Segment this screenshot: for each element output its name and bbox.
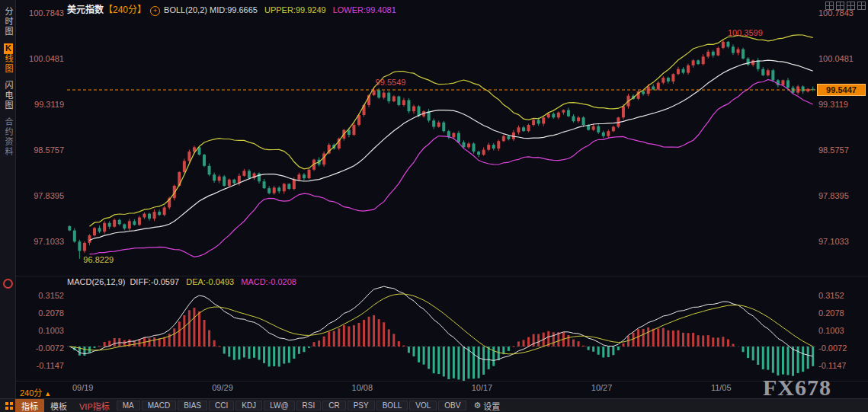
period-label[interactable]: 【240分】 (104, 5, 146, 15)
macd-params: MACD(26,12,9) (67, 277, 125, 286)
boll-label: BOLL(20,2) (164, 5, 207, 14)
k-badge: K (4, 43, 13, 54)
indicator-button-bias[interactable]: BIAS (178, 401, 207, 410)
macd-diff-value: DIFF:-0.0597 (130, 277, 179, 286)
tab-vip-indicators[interactable]: VIP指标 (73, 399, 116, 412)
layout-icon-4[interactable] (857, 2, 866, 10)
indicator-button-obv[interactable]: OBV (438, 401, 466, 410)
indicator-button-boll[interactable]: BOLL (376, 401, 408, 410)
tab-indicators[interactable]: 指标 (15, 399, 44, 412)
kline-label: 线图 (4, 54, 13, 74)
indicator-button-kdj[interactable]: KDJ (235, 401, 262, 410)
symbol-title: 美元指数 (67, 5, 104, 15)
sidebar-item-time-chart[interactable]: 分时图 (2, 7, 14, 37)
layout-icon-3[interactable] (847, 2, 855, 10)
gear-icon: ⚙ (473, 401, 481, 410)
macd-dea-value: DEA:-0.0493 (186, 277, 234, 286)
indicator-button-cr[interactable]: CR (322, 401, 345, 410)
pane-separator (15, 276, 868, 276)
bottom-toolbar: 指标 模板 VIP指标 MAMACDBIASCCIKDJLW@RSICRPSYB… (0, 398, 868, 412)
settings-button[interactable]: ⚙设置 (473, 400, 500, 412)
boll-params: BOLL(20,2) MID:99.6665 (164, 5, 258, 14)
macd-header: MACD(26,12,9)DIFF:-0.0597DEA:-0.0493MACD… (67, 277, 296, 286)
chart-type-sidebar: 分时图 K线图 闪电图 合约资料 (0, 0, 16, 412)
boll-upper-value: UPPER:99.9249 (264, 5, 326, 14)
mid-peak-annotation: 99.5549 (376, 78, 406, 87)
sidebar-item-kline[interactable]: K线图 (2, 43, 14, 74)
indicator-button-vol[interactable]: VOL (409, 401, 437, 410)
indicator-grid-icon[interactable] (5, 402, 13, 410)
boll-lower-value: LOWER:99.4081 (333, 5, 396, 14)
crosshair-icon[interactable] (3, 279, 13, 289)
low-annotation: 96.8229 (83, 255, 114, 264)
high-annotation: 100.3599 (728, 28, 763, 37)
indicator-button-lw@[interactable]: LW@ (264, 401, 294, 410)
indicator-button-rsi[interactable]: RSI (296, 401, 322, 410)
macd-macd-value: MACD:-0.0208 (241, 277, 296, 286)
chart-header: 美元指数【240分】+BOLL(20,2) MID:99.6665UPPER:9… (67, 2, 396, 13)
layout-icon-1[interactable] (825, 2, 834, 10)
indicator-button-macd[interactable]: MACD (142, 401, 176, 410)
indicator-button-psy[interactable]: PSY (348, 401, 375, 410)
last-price-tag: 99.5447 (817, 84, 866, 96)
indicator-button-ma[interactable]: MA (117, 401, 140, 410)
sidebar-item-contract-info[interactable]: 合约资料 (2, 117, 14, 157)
settings-label: 设置 (483, 400, 500, 412)
candlestick-macd-chart[interactable] (0, 0, 868, 412)
fx678-watermark: FX678 (763, 375, 831, 401)
axis-separator (15, 381, 868, 382)
trading-app: 分时图 K线图 闪电图 合约资料 美元指数【240分】+BOLL(20,2) M… (0, 0, 868, 412)
tab-templates[interactable]: 模板 (44, 399, 73, 412)
window-layout-icons (823, 2, 866, 11)
up-arrow-icon: ▲ (44, 390, 51, 398)
sidebar-item-flash-chart[interactable]: 闪电图 (2, 81, 14, 110)
add-circle-icon[interactable]: + (150, 6, 160, 16)
footer-period[interactable]: 240分▲ (20, 386, 51, 398)
layout-icon-2[interactable] (836, 2, 844, 10)
boll-mid-value: MID:99.6665 (210, 5, 258, 14)
indicator-button-cci[interactable]: CCI (209, 401, 234, 410)
footer-period-text: 240分 (20, 388, 42, 398)
indicator-button-group: MAMACDBIASCCIKDJLW@RSICRPSYBOLLVOLOBV (116, 401, 468, 410)
